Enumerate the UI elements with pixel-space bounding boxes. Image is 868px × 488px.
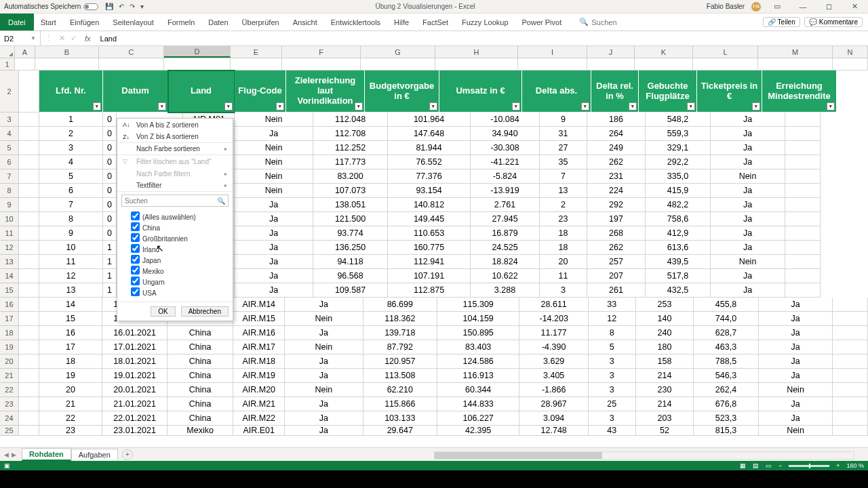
cell[interactable]	[19, 269, 39, 283]
cell[interactable]: 81.944	[388, 141, 471, 155]
cell[interactable]	[19, 141, 39, 155]
row-header[interactable]: 21	[0, 369, 19, 383]
filter-check-item[interactable]	[131, 244, 140, 253]
cell[interactable]: 22	[39, 411, 103, 426]
row-header[interactable]: 7	[0, 169, 19, 184]
cell[interactable]: Ja	[235, 198, 313, 212]
cell[interactable]: Ja	[711, 226, 785, 241]
cell[interactable]: 463,3	[694, 340, 759, 354]
cell[interactable]: 12.748	[519, 426, 589, 436]
cell[interactable]	[693, 58, 758, 70]
cell[interactable]: China	[167, 354, 234, 369]
ribbon-display-icon[interactable]: ▭	[768, 2, 787, 11]
cell[interactable]: 109.587	[313, 283, 388, 298]
cell[interactable]	[785, 127, 821, 141]
cell[interactable]	[15, 58, 35, 70]
cell[interactable]	[19, 184, 39, 198]
row-header[interactable]: 15	[0, 283, 19, 298]
cell[interactable]: Nein	[285, 383, 363, 397]
cell[interactable]: 116.913	[437, 369, 519, 383]
cell[interactable]	[833, 369, 868, 383]
cell[interactable]: 2	[39, 127, 103, 141]
cell[interactable]: 12	[589, 312, 636, 326]
cell[interactable]	[833, 312, 868, 326]
cell[interactable]: 3.405	[519, 369, 589, 383]
cell[interactable]: 150.895	[437, 326, 519, 340]
cell[interactable]	[785, 113, 821, 127]
cell[interactable]: 21	[39, 397, 103, 411]
filter-button[interactable]: ▾	[629, 102, 637, 110]
cell[interactable]	[19, 298, 39, 312]
row-header[interactable]: 14	[0, 269, 19, 283]
cell[interactable]	[19, 426, 39, 436]
cell[interactable]: 104.159	[437, 312, 519, 326]
cell[interactable]: 432,5	[646, 283, 711, 298]
cell[interactable]: 415,9	[646, 184, 711, 198]
cell[interactable]: 261	[587, 283, 646, 298]
cell[interactable]: 0	[103, 184, 117, 198]
cell[interactable]: 2.761	[471, 198, 540, 212]
cell[interactable]: 197	[587, 212, 646, 226]
cell[interactable]: 0	[103, 155, 117, 169]
cell[interactable]: 264	[587, 127, 646, 141]
cell[interactable]: 77.376	[388, 169, 471, 184]
cell[interactable]: 257	[587, 255, 646, 269]
cell[interactable]: 559,3	[646, 127, 711, 141]
cell[interactable]: 1	[103, 283, 117, 298]
cell[interactable]: 18.01.2021	[102, 354, 167, 369]
cell[interactable]: 23	[540, 212, 587, 226]
cell[interactable]: Ja	[235, 269, 313, 283]
cell[interactable]: 11	[39, 255, 103, 269]
cell[interactable]: 124.586	[437, 354, 519, 369]
select-all-corner[interactable]	[0, 46, 15, 58]
filter-check-item[interactable]	[131, 266, 140, 274]
cell[interactable]: 788,5	[694, 354, 759, 369]
cell[interactable]: Ja	[235, 241, 313, 255]
cell[interactable]: 87.792	[363, 340, 437, 354]
cell[interactable]: 3	[39, 141, 103, 155]
cell[interactable]: 136.250	[313, 241, 388, 255]
filter-button[interactable]: ▾	[429, 102, 437, 110]
cell[interactable]: 1	[103, 255, 117, 269]
column-header-F[interactable]: F	[282, 46, 361, 58]
cell[interactable]: 412,9	[646, 226, 711, 241]
cell[interactable]	[833, 411, 868, 426]
cell[interactable]: 138.051	[313, 198, 388, 212]
cell[interactable]: Ja	[235, 212, 313, 226]
cell[interactable]	[833, 58, 868, 70]
cell[interactable]: China	[167, 340, 234, 354]
cell[interactable]	[19, 241, 39, 255]
cell[interactable]: 86.699	[363, 298, 437, 312]
filter-check-item[interactable]	[131, 222, 140, 231]
cell[interactable]: -4.390	[519, 340, 589, 354]
filter-ok-button[interactable]: OK	[151, 306, 175, 317]
page-break-icon[interactable]: ▭	[766, 462, 772, 469]
cell[interactable]	[19, 255, 39, 269]
cell[interactable]: 110.653	[388, 226, 471, 241]
ribbon-tab-seitenlayout[interactable]: Seitenlayout	[106, 18, 161, 26]
row-header[interactable]: 20	[0, 354, 19, 369]
cell[interactable]	[35, 58, 99, 70]
cell[interactable]: 28.611	[519, 298, 589, 312]
cell[interactable]: Nein	[235, 141, 313, 155]
column-header-B[interactable]: B	[35, 46, 99, 58]
cell[interactable]	[785, 283, 821, 298]
column-header-A[interactable]: A	[15, 46, 35, 58]
filter-button[interactable]: ▾	[752, 102, 760, 110]
cell[interactable]: 106.227	[437, 411, 519, 426]
column-header-D[interactable]: D	[164, 46, 231, 58]
cell[interactable]: 120.957	[363, 354, 437, 369]
cell[interactable]: 43	[589, 426, 636, 436]
filter-checklist[interactable]: (Alles auswählen) ChinaGroßbritannienIrl…	[117, 209, 233, 302]
worksheet-grid[interactable]: ABCDEFGHIJKLMN 1 2 Lfd. Nr.▾Datum▾Land▾F…	[0, 46, 868, 447]
formula-input[interactable]	[100, 35, 864, 43]
cell[interactable]	[833, 397, 868, 411]
ribbon-tab-power pivot[interactable]: Power Pivot	[515, 18, 569, 26]
cell[interactable]: 207	[587, 269, 646, 283]
horizontal-scrollbar[interactable]	[434, 451, 854, 460]
cell[interactable]: 9	[39, 226, 103, 241]
cell[interactable]: 140	[636, 312, 694, 326]
cell[interactable]: Ja	[711, 155, 785, 169]
cell[interactable]: 4	[39, 155, 103, 169]
cell[interactable]	[19, 411, 39, 426]
